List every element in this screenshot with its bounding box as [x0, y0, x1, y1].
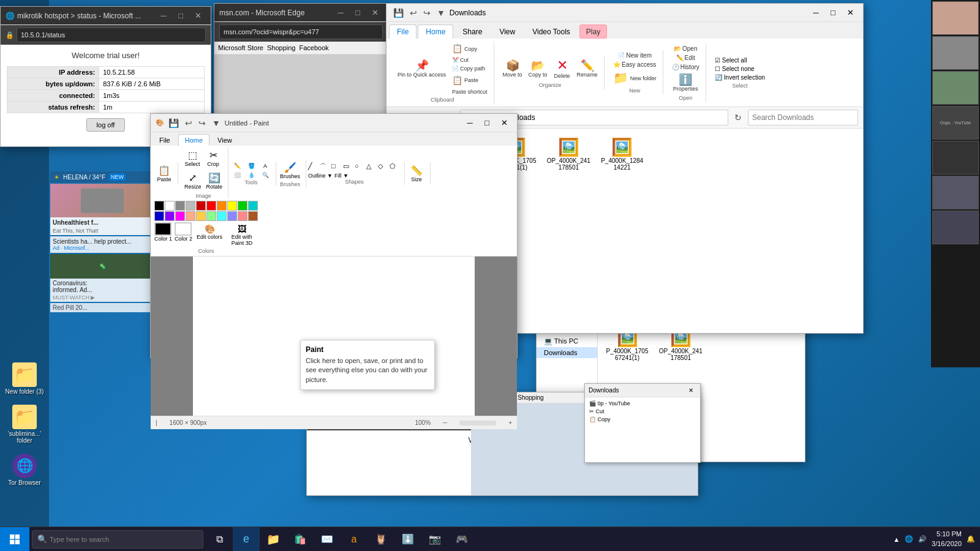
thumb-5[interactable]	[932, 141, 979, 174]
color-green[interactable]	[238, 201, 247, 211]
edit-colors-btn[interactable]: 🎨 Edit colors	[195, 222, 224, 248]
tray-notifications[interactable]: 🔔	[967, 535, 975, 543]
sidebar-icon-new-folder[interactable]: 📁 New folder (3)	[2, 359, 47, 399]
tab-file[interactable]: File	[389, 24, 417, 39]
paint-qat-menu[interactable]: ▼	[210, 117, 222, 129]
explorer-minimize[interactable]: ─	[808, 5, 824, 21]
msn-url-input[interactable]	[219, 24, 383, 39]
color-gray[interactable]	[175, 201, 185, 211]
exp3-copy[interactable]: 📋 Copy	[587, 416, 632, 423]
taskbar-file-explorer[interactable]: 📁	[260, 527, 287, 552]
sidebar-icon-tor[interactable]: 🌐 Tor Browser	[2, 450, 47, 490]
taskbar-store[interactable]: 🛍️	[287, 527, 314, 552]
file-item-2[interactable]: 🖼️ P_4000K_1284 14221	[598, 135, 647, 173]
tab-video-tools[interactable]: Video Tools	[524, 24, 578, 39]
zoom-out-btn[interactable]: ─	[443, 419, 447, 426]
shape-line[interactable]: ╱	[308, 162, 319, 171]
exp3-file-item[interactable]: 🎬 0p - YouTube	[587, 400, 632, 407]
taskbar-mail[interactable]: ✉️	[314, 527, 341, 552]
taskbar-torrent[interactable]: ⬇️	[394, 527, 421, 552]
cut-btn[interactable]: ✂️ Cut	[450, 56, 490, 64]
qat-undo[interactable]: ↩	[408, 7, 419, 19]
refresh-btn[interactable]: ↻	[731, 110, 745, 125]
shape-diamond[interactable]: ◇	[378, 162, 389, 171]
color-lightyellow[interactable]	[196, 211, 206, 221]
tray-network[interactable]: 🌐	[905, 535, 913, 543]
sidebar-icon-sublimina[interactable]: 📁 'sublimina...' folder	[2, 401, 47, 448]
task-view-btn[interactable]: ⧉	[206, 527, 233, 552]
paint-crop-btn[interactable]: ✂ Crop	[203, 148, 223, 169]
taskbar-edge[interactable]: e	[233, 527, 260, 552]
taskbar-other[interactable]: 🎮	[448, 527, 475, 552]
thumb-1[interactable]	[932, 1, 979, 35]
news-item-3[interactable]: 🦠 Coronavirus:informed. Ad... MUST-WATCH…	[50, 254, 154, 302]
color-black[interactable]	[154, 201, 164, 211]
msn-maximize[interactable]: □	[350, 5, 366, 21]
copy-btn[interactable]: 📋 Copy	[450, 42, 490, 55]
open-btn[interactable]: 📂 Open	[671, 45, 699, 53]
paint-eraser-btn[interactable]: ⬜	[230, 171, 244, 179]
paste-shortcut-btn[interactable]: Paste shortcut	[450, 88, 490, 96]
color-pink[interactable]	[186, 211, 195, 221]
qat-redo[interactable]: ↪	[421, 7, 432, 19]
news-item-2[interactable]: Scientists ha... help protect... Ad · Mi…	[50, 236, 154, 253]
color-salmon[interactable]	[238, 211, 247, 221]
pin-to-quick-access-btn[interactable]: 📌 Pin to Quick access	[395, 58, 448, 80]
shape-triangle[interactable]: △	[366, 162, 377, 171]
edit-with-paint3d-btn[interactable]: 🖼 Edit withPaint 3D	[227, 222, 257, 248]
paint-tab-home[interactable]: Home	[178, 134, 209, 146]
tray-volume[interactable]: 🔊	[918, 535, 927, 543]
zoom-slider[interactable]	[459, 421, 496, 425]
paint-qat-redo[interactable]: ↪	[197, 117, 208, 129]
paint-brushes-btn[interactable]: 🖌️ Brushes	[278, 160, 302, 181]
qat-down[interactable]: ▼	[435, 7, 447, 19]
paint-text-btn[interactable]: A	[258, 162, 272, 170]
tab-home[interactable]: Home	[418, 24, 453, 39]
outline-dropdown[interactable]: Outline ▼	[308, 173, 333, 179]
copy-to-btn[interactable]: 📂 Copy to	[526, 58, 550, 80]
paste-btn[interactable]: 📋 Paste	[450, 73, 490, 87]
paint-tab-file[interactable]: File	[153, 134, 177, 146]
start-button[interactable]	[0, 527, 29, 552]
paint-size-btn[interactable]: 📏 Size	[407, 163, 426, 184]
taskbar-amazon[interactable]: a	[341, 527, 368, 552]
paint-qat-undo[interactable]: ↩	[183, 117, 194, 129]
paint-maximize[interactable]: □	[479, 115, 495, 131]
tab-view[interactable]: View	[491, 24, 523, 39]
color-brown[interactable]	[248, 211, 258, 221]
color2-swatch[interactable]	[175, 222, 192, 236]
url-input-1[interactable]	[17, 28, 206, 42]
explorer-close[interactable]: ✕	[842, 5, 858, 21]
search-input[interactable]	[748, 110, 858, 126]
taskbar-camera[interactable]: 📷	[421, 527, 448, 552]
tray-up-arrow[interactable]: ▲	[893, 536, 900, 543]
paint-fill-btn[interactable]: 🪣	[244, 162, 258, 170]
color-lightgreen[interactable]	[206, 211, 216, 221]
color-magenta[interactable]	[175, 211, 185, 221]
color-darkred[interactable]	[196, 201, 206, 211]
color-white[interactable]	[165, 201, 175, 211]
play-button[interactable]: Play	[579, 24, 607, 39]
color-red[interactable]	[206, 201, 216, 211]
paint-colorpicker-btn[interactable]: 💧	[244, 171, 258, 179]
color-purple[interactable]	[165, 211, 175, 221]
msn-minimize[interactable]: ─	[333, 5, 349, 21]
paint-resize-btn[interactable]: ⤢ Resize	[183, 170, 203, 192]
bookmark-store[interactable]: Microsoft Store	[218, 44, 263, 51]
paint-qat-save[interactable]: 💾	[167, 117, 181, 129]
file-item-1[interactable]: 🖼️ OP_4000K_241 178501	[544, 135, 593, 173]
explorer-maximize[interactable]: □	[825, 5, 841, 21]
move-to-btn[interactable]: 📦 Move to	[500, 58, 525, 80]
bookmark-shopping[interactable]: Shopping	[267, 44, 296, 51]
select-all-btn[interactable]: ☑ Select all	[712, 56, 767, 64]
edit-btn[interactable]: ✏️ Edit	[674, 54, 698, 62]
news-item-4[interactable]: Red Pill 20...	[50, 303, 154, 312]
shape-ellipse[interactable]: ○	[355, 162, 366, 171]
select-none-btn[interactable]: ☐ Select none	[712, 65, 767, 73]
thumb-2[interactable]	[932, 36, 979, 70]
color-cyan[interactable]	[248, 201, 258, 211]
qat-save[interactable]: 💾	[391, 7, 405, 19]
paint-minimize[interactable]: ─	[462, 115, 478, 131]
color-blue[interactable]	[154, 211, 164, 221]
taskbar-search-box[interactable]: 🔍 Type here to search	[32, 530, 203, 549]
